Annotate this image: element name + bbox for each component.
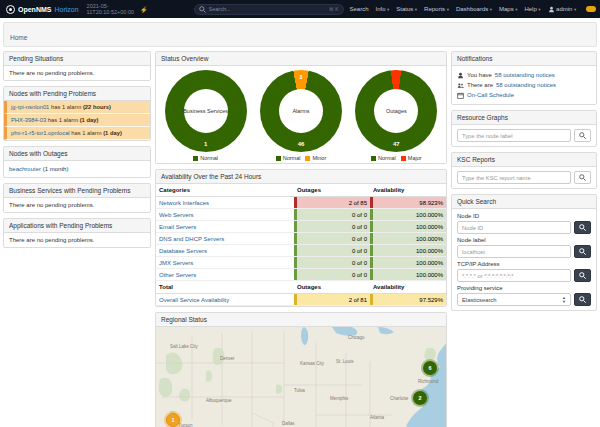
breadcrumb: Home: [3, 22, 597, 47]
user-menu[interactable]: admin▾: [548, 6, 577, 13]
opennms-dashboard: OpenNMS Horizon 2021-05-11T20:10:52+00:0…: [0, 0, 600, 427]
providing-service-select[interactable]: Elasticsearch ▲▼: [457, 293, 571, 306]
business-services-panel: Business Services with Pending Problems …: [3, 183, 151, 213]
legend-normal: Normal: [371, 155, 396, 161]
category-link[interactable]: Web Servers: [159, 212, 194, 218]
user-icon: [548, 6, 555, 13]
regional-status-map[interactable]: Salt Lake CityDenverAlbuquerqueTucsonCiu…: [156, 327, 446, 427]
legend-swatch: [276, 156, 281, 161]
category-link[interactable]: JMX Servers: [159, 260, 193, 266]
global-search-input[interactable]: [209, 6, 326, 12]
availability-cell: 100.000%: [370, 233, 446, 244]
service-search-button[interactable]: [574, 293, 591, 306]
node-link[interactable]: beachrouter: [9, 166, 41, 172]
category-link[interactable]: Database Servers: [159, 248, 207, 254]
node-problem-row[interactable]: jg-rpi-nsnlon01 has 1 alarm (22 hours): [4, 101, 150, 114]
business-services-donut-chart[interactable]: Business Services 1: [165, 70, 247, 152]
caret-down-icon: ▾: [415, 7, 417, 12]
nav-item-status[interactable]: Status▾: [396, 6, 417, 12]
ip-search-button[interactable]: [574, 269, 591, 282]
ksc-search-button[interactable]: [574, 171, 591, 184]
field-label: Node ID: [457, 213, 591, 219]
availability-total-row: Overall Service Availability 2 of 81 97.…: [156, 294, 446, 306]
notice-status-icon[interactable]: ⚡: [140, 6, 148, 13]
resource-graphs-search-button[interactable]: [574, 129, 591, 142]
brand[interactable]: OpenNMS Horizon: [6, 5, 79, 14]
category-link[interactable]: Overall Service Availability: [159, 297, 229, 303]
availability-row: DNS and DHCP Servers 0 of 0 100.000%: [156, 233, 446, 245]
right-column: Notifications You have 58 outstanding no…: [451, 51, 597, 316]
all-outstanding-notices-link[interactable]: 58 outstanding notices: [496, 82, 556, 88]
node-link[interactable]: jg-rpi-nsnlon01: [11, 104, 49, 110]
legend-swatch: [193, 156, 198, 161]
node-link[interactable]: PHX-3984-03: [11, 117, 46, 123]
nav-item-reports[interactable]: Reports▾: [424, 6, 449, 12]
top-navbar: OpenNMS Horizon 2021-05-11T20:10:52+00:0…: [0, 0, 600, 18]
nav-item-search[interactable]: Search: [350, 6, 369, 12]
nav-item-info[interactable]: Info▾: [376, 6, 390, 12]
outages-donut-chart[interactable]: Outages 47: [355, 70, 437, 152]
category-link[interactable]: Email Servers: [159, 224, 196, 230]
notification-item: There are 58 outstanding notices: [457, 80, 591, 90]
empty-message: There are no pending problems.: [4, 198, 150, 212]
outages-cell: 0 of 0: [294, 221, 370, 232]
node-problem-row[interactable]: PHX-3984-03 has 1 alarm (1 day): [4, 114, 150, 127]
map-cluster-marker-normal[interactable]: 6: [423, 361, 437, 375]
availability-cell: 97.529%: [370, 294, 446, 305]
node-label-input[interactable]: [457, 245, 571, 258]
search-icon: [579, 272, 586, 279]
notice-badge-yellow[interactable]: [586, 6, 596, 12]
ksc-report-name-input[interactable]: [457, 171, 571, 184]
map-cluster-marker-normal[interactable]: 2: [413, 391, 427, 405]
category-link[interactable]: Other Servers: [159, 272, 196, 278]
resource-graphs-node-input[interactable]: [457, 129, 571, 142]
availability-row: Web Servers 0 of 0 100.000%: [156, 209, 446, 221]
alarms-donut-chart[interactable]: 3 Alarms 46: [260, 70, 342, 152]
node-problem-row[interactable]: phx-r1-r5-tor1.opnlocal has 1 alarm (1 d…: [4, 127, 150, 140]
legend-normal: Normal: [193, 155, 218, 161]
node-id-input[interactable]: [457, 221, 571, 234]
ip-address-input[interactable]: [457, 269, 571, 282]
availability-total-header-row: Total Outages Availability: [156, 281, 446, 294]
nav-item-help[interactable]: Help▾: [524, 6, 540, 12]
svg-text:Atlanta: Atlanta: [370, 415, 385, 420]
category-link[interactable]: DNS and DHCP Servers: [159, 236, 224, 242]
search-icon: [579, 174, 586, 181]
regional-status-panel: Regional Status: [155, 312, 447, 427]
caret-down-icon: ▾: [515, 7, 517, 12]
search-icon: [579, 224, 586, 231]
applications-panel: Applications with Pending Problems There…: [3, 218, 151, 248]
node-label-search-button[interactable]: [574, 245, 591, 258]
empty-message: There are no pending problems.: [4, 233, 150, 247]
legend-swatch: [305, 156, 310, 161]
global-search[interactable]: ⌘ K: [194, 4, 344, 15]
select-arrows-icon: ▲▼: [562, 296, 566, 304]
panel-title: Nodes with Pending Problems: [4, 87, 150, 101]
node-link[interactable]: phx-r1-r5-tor1.opnlocal: [11, 130, 70, 136]
svg-text:St. Louis: St. Louis: [336, 359, 354, 364]
nav-item-maps[interactable]: Maps▾: [499, 6, 517, 12]
availability-row: JMX Servers 0 of 0 100.000%: [156, 257, 446, 269]
map-cluster-marker-minor[interactable]: 1: [166, 413, 180, 427]
breadcrumb-home-link[interactable]: Home: [10, 34, 27, 41]
svg-text:Kansas City: Kansas City: [300, 361, 325, 366]
availability-cell: 100.000%: [370, 221, 446, 232]
legend-swatch: [371, 156, 376, 161]
node-id-search-button[interactable]: [574, 221, 591, 234]
caret-down-icon: ▾: [387, 7, 389, 12]
pending-situations-panel: Pending Situations There are no pending …: [3, 51, 151, 81]
notification-item: You have 58 outstanding notices: [457, 70, 591, 80]
caret-down-icon: ▾: [538, 7, 540, 12]
quick-search-panel: Quick Search Node ID Node label: [451, 194, 597, 311]
outstanding-notices-link[interactable]: 58 outstanding notices: [495, 72, 555, 78]
field-label: TCP/IP Address: [457, 261, 591, 267]
category-link[interactable]: Network Interfaces: [159, 200, 209, 206]
status-overview-panel: Status Overview Business Services 1 Norm…: [155, 51, 447, 164]
search-icon: [579, 132, 586, 139]
search-icon: [579, 248, 586, 255]
panel-title: Business Services with Pending Problems: [4, 184, 150, 198]
nodes-with-outages-panel: Nodes with Outages beachrouter (1 month): [3, 146, 151, 178]
nav-item-dashboards[interactable]: Dashboards▾: [456, 6, 492, 12]
on-call-schedule-link[interactable]: On-Call Schedule: [467, 92, 514, 98]
outages-cell: 0 of 0: [294, 209, 370, 220]
